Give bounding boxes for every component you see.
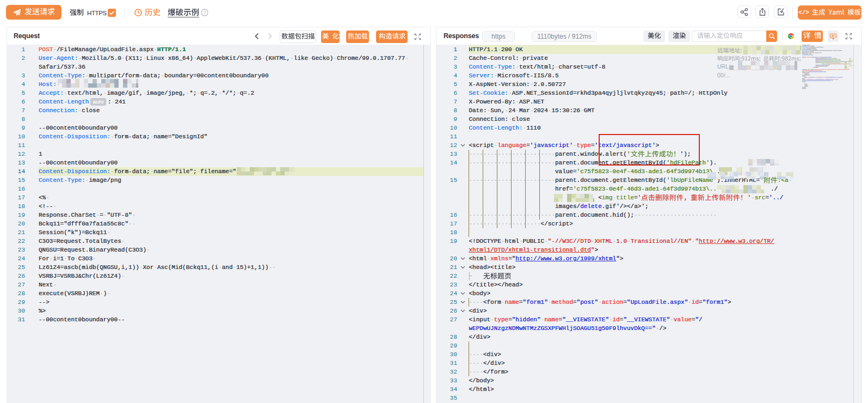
svg-text:?: ? [203,10,206,15]
